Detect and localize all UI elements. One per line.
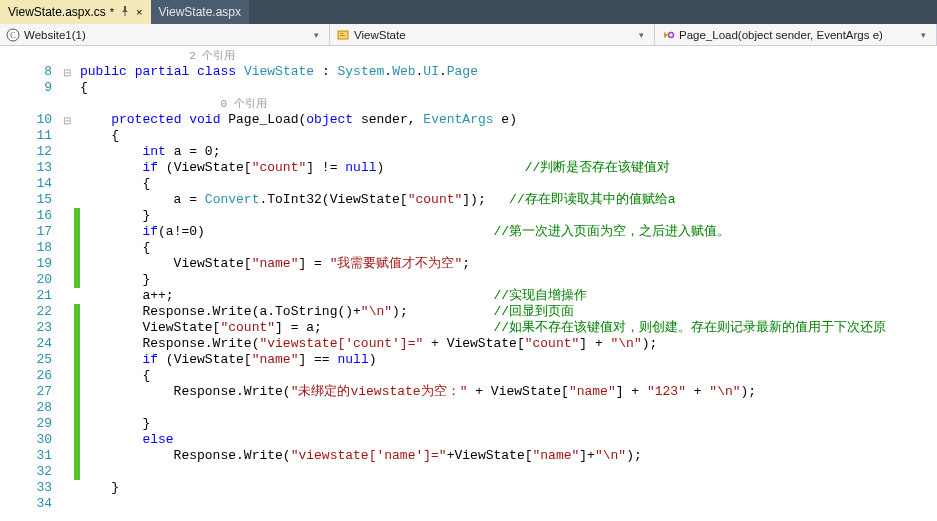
code-text[interactable]: } [80, 272, 886, 288]
code-text[interactable]: protected void Page_Load(object sender, … [80, 112, 886, 128]
code-text[interactable] [80, 464, 886, 480]
outline-marker[interactable] [60, 160, 74, 176]
code-text[interactable]: a = Convert.ToInt32(ViewState["count"]);… [80, 192, 886, 208]
outline-marker[interactable] [60, 336, 74, 352]
project-dropdown[interactable]: C Website1(1) ▾ [0, 24, 330, 45]
code-text[interactable]: } [80, 416, 886, 432]
code-line[interactable]: 23 ViewState["count"] = a; //如果不存在该键值对，则… [0, 320, 886, 336]
outline-marker[interactable] [60, 304, 74, 320]
code-line[interactable]: 11 { [0, 128, 886, 144]
code-line[interactable]: 34 [0, 496, 886, 512]
tab-viewstate-cs[interactable]: ViewState.aspx.cs * × [0, 0, 151, 24]
code-line[interactable]: 19 ViewState["name"] = "我需要赋值才不为空"; [0, 256, 886, 272]
outline-marker[interactable]: ⊟ [60, 64, 74, 80]
close-icon[interactable]: × [136, 6, 142, 18]
pin-icon[interactable] [120, 6, 130, 18]
outline-marker[interactable] [60, 352, 74, 368]
outline-marker[interactable] [60, 128, 74, 144]
code-line[interactable]: 29 } [0, 416, 886, 432]
outline-marker[interactable] [60, 368, 74, 384]
code-text[interactable]: if (ViewState["name"] == null) [80, 352, 886, 368]
outline-marker[interactable] [60, 480, 74, 496]
code-text[interactable]: else [80, 432, 886, 448]
line-number: 23 [0, 320, 60, 336]
outline-marker[interactable] [60, 400, 74, 416]
code-line[interactable]: 25 if (ViewState["name"] == null) [0, 352, 886, 368]
code-line[interactable]: 32 [0, 464, 886, 480]
code-text[interactable]: Response.Write(a.ToString()+"\n"); //回显到… [80, 304, 886, 320]
code-text[interactable]: } [80, 208, 886, 224]
code-line[interactable]: 17 if(a!=0) //第一次进入页面为空，之后进入赋值。 [0, 224, 886, 240]
code-text[interactable]: int a = 0; [80, 144, 886, 160]
tab-label: ViewState.aspx [159, 5, 242, 19]
outline-marker[interactable] [60, 448, 74, 464]
code-line[interactable]: 12 int a = 0; [0, 144, 886, 160]
code-text[interactable] [80, 496, 886, 512]
outline-marker[interactable] [60, 144, 74, 160]
code-line[interactable]: 26 { [0, 368, 886, 384]
code-line[interactable]: 31 Response.Write("viewstate['name']="+V… [0, 448, 886, 464]
code-line[interactable]: 30 else [0, 432, 886, 448]
outline-marker[interactable] [60, 192, 74, 208]
code-text[interactable]: { [80, 240, 886, 256]
code-line[interactable]: 28 [0, 400, 886, 416]
code-line[interactable]: 21 a++; //实现自增操作 [0, 288, 886, 304]
code-text[interactable]: public partial class ViewState : System.… [80, 64, 886, 80]
code-text[interactable]: if (ViewState["count"] != null) //判断是否存在… [80, 160, 886, 176]
code-line[interactable]: 14 { [0, 176, 886, 192]
outline-marker[interactable] [60, 48, 74, 64]
outline-marker[interactable] [60, 208, 74, 224]
code-text[interactable]: { [80, 368, 886, 384]
code-line[interactable]: 20 } [0, 272, 886, 288]
code-text[interactable]: if(a!=0) //第一次进入页面为空，之后进入赋值。 [80, 224, 886, 240]
tab-viewstate-aspx[interactable]: ViewState.aspx [151, 0, 250, 24]
outline-marker[interactable]: ⊟ [60, 112, 74, 128]
code-line[interactable]: 0 个引用 [0, 96, 886, 112]
outline-marker[interactable] [60, 224, 74, 240]
line-number: 15 [0, 192, 60, 208]
code-text[interactable]: { [80, 176, 886, 192]
outline-marker[interactable] [60, 464, 74, 480]
project-name: Website1(1) [24, 29, 309, 41]
code-text[interactable]: } [80, 480, 886, 496]
outline-marker[interactable] [60, 176, 74, 192]
outline-marker[interactable] [60, 384, 74, 400]
code-line[interactable]: 15 a = Convert.ToInt32(ViewState["count"… [0, 192, 886, 208]
code-text[interactable]: ViewState["count"] = a; //如果不存在该键值对，则创建。… [80, 320, 886, 336]
code-text[interactable]: Response.Write("未绑定的viewstate为空：" + View… [80, 384, 886, 400]
member-dropdown[interactable]: Page_Load(object sender, EventArgs e) ▾ [655, 24, 937, 45]
code-line[interactable]: 24 Response.Write("viewstate['count']=" … [0, 336, 886, 352]
code-text[interactable]: Response.Write("viewstate['count']=" + V… [80, 336, 886, 352]
code-line[interactable]: 8⊟public partial class ViewState : Syste… [0, 64, 886, 80]
code-line[interactable]: 22 Response.Write(a.ToString()+"\n"); //… [0, 304, 886, 320]
outline-marker[interactable] [60, 80, 74, 96]
code-editor[interactable]: 2 个引用8⊟public partial class ViewState : … [0, 46, 937, 521]
code-line[interactable]: 9{ [0, 80, 886, 96]
outline-marker[interactable] [60, 320, 74, 336]
outline-marker[interactable] [60, 256, 74, 272]
type-dropdown[interactable]: ViewState ▾ [330, 24, 655, 45]
code-text[interactable]: a++; //实现自增操作 [80, 288, 886, 304]
outline-marker[interactable] [60, 240, 74, 256]
outline-marker[interactable] [60, 96, 74, 112]
code-line[interactable]: 10⊟ protected void Page_Load(object send… [0, 112, 886, 128]
line-number: 12 [0, 144, 60, 160]
code-text[interactable]: Response.Write("viewstate['name']="+View… [80, 448, 886, 464]
code-line[interactable]: 13 if (ViewState["count"] != null) //判断是… [0, 160, 886, 176]
code-text[interactable]: ViewState["name"] = "我需要赋值才不为空"; [80, 256, 886, 272]
code-text[interactable] [80, 400, 886, 416]
code-line[interactable]: 18 { [0, 240, 886, 256]
code-line[interactable]: 27 Response.Write("未绑定的viewstate为空：" + V… [0, 384, 886, 400]
code-line[interactable]: 16 } [0, 208, 886, 224]
code-text[interactable]: { [80, 128, 886, 144]
outline-marker[interactable] [60, 288, 74, 304]
outline-marker[interactable] [60, 272, 74, 288]
code-line[interactable]: 2 个引用 [0, 48, 886, 64]
code-text[interactable]: 0 个引用 [80, 96, 886, 112]
code-text[interactable]: { [80, 80, 886, 96]
outline-marker[interactable] [60, 416, 74, 432]
outline-marker[interactable] [60, 496, 74, 512]
code-text[interactable]: 2 个引用 [80, 48, 886, 64]
outline-marker[interactable] [60, 432, 74, 448]
code-line[interactable]: 33 } [0, 480, 886, 496]
